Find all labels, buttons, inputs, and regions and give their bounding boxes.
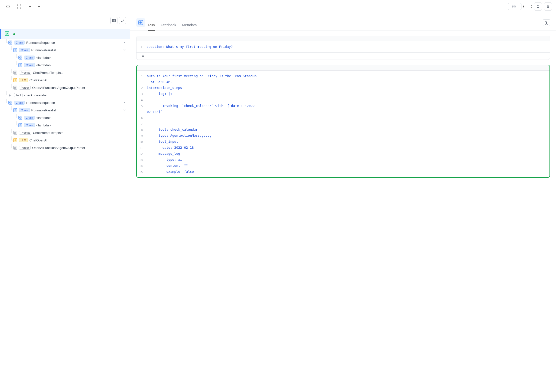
line-number: 6 <box>137 116 147 120</box>
tree-item[interactable]: PromptChatPromptTemplate <box>0 69 130 76</box>
type-badge: Chain <box>24 116 35 120</box>
tree-item[interactable]: Toolcheck_calendar <box>0 91 130 99</box>
expand-chevron-icon[interactable] <box>123 48 126 52</box>
output-line: 15 example: false <box>137 169 549 175</box>
tree-item[interactable]: LLMChatOpenAI <box>0 136 130 144</box>
line-number: 7 <box>137 122 147 126</box>
line-number: 3 <box>137 92 147 96</box>
item-name: RunnableParallel <box>31 48 56 52</box>
type-badge: Chain <box>19 48 30 52</box>
svg-rect-12 <box>9 101 12 104</box>
tree-item[interactable]: ChainRunnableSequence <box>0 99 130 106</box>
expand-chevron-icon[interactable] <box>123 108 126 112</box>
output-line: 14 content: "" <box>137 163 549 169</box>
line-number: 1 <box>136 45 147 49</box>
tree-item[interactable]: PromptChatPromptTemplate <box>0 129 130 136</box>
item-name: <lambda> <box>36 63 51 67</box>
play-icon <box>512 5 516 8</box>
tree-item[interactable]: Chain<lambda> <box>0 54 130 61</box>
input-line-1: 1 question: What's my first meeting on F… <box>136 44 550 50</box>
line-number: 13 <box>137 158 147 162</box>
line-content: Invoking: `check_calendar` with `{'date'… <box>147 104 549 108</box>
svg-rect-13 <box>14 108 17 112</box>
detail-content: 1 question: What's my first meeting on F… <box>130 31 556 392</box>
trace-tree: ChainRunnableSequenceChainRunnableParall… <box>0 27 130 392</box>
tab-metadata[interactable]: Metadata <box>182 21 197 31</box>
tree-item[interactable]: ChainRunnableParallel <box>0 46 130 54</box>
type-badge: Chain <box>24 63 35 67</box>
line-content: date: 2022-02-18 <box>147 146 549 149</box>
chain-icon <box>18 123 23 127</box>
item-name: ChatOpenAI <box>29 78 47 82</box>
svg-rect-2 <box>112 19 114 22</box>
type-badge: Parser <box>19 86 31 90</box>
collapse-sidebar-button[interactable] <box>4 3 12 11</box>
output-line: 2intermediate_steps: <box>137 85 549 91</box>
tree-item[interactable]: ChainRunnableParallel <box>0 106 130 114</box>
line-content: content: "" <box>147 164 549 167</box>
output-line: 10 tool_input: <box>137 139 549 145</box>
line-number: 12 <box>137 152 147 156</box>
tree-item[interactable]: ParserOpenAIFunctionsAgentOutputParser <box>0 84 130 91</box>
nav-down-button[interactable] <box>35 3 43 11</box>
expand-view-button[interactable] <box>15 3 23 11</box>
nav-up-button[interactable] <box>26 3 34 11</box>
tool-icon <box>8 93 13 97</box>
line-content: 02-18'}` <box>147 110 549 114</box>
svg-rect-15 <box>19 123 22 127</box>
trace-compare-button[interactable] <box>110 17 117 24</box>
trace-panel: ChainRunnableSequenceChainRunnableParall… <box>0 13 130 392</box>
trace-header <box>0 13 130 27</box>
line-number: 5 <box>137 104 147 108</box>
header-right <box>543 19 550 29</box>
item-name: RunnableParallel <box>31 108 56 112</box>
trace-root-item[interactable] <box>0 29 130 39</box>
tree-item[interactable]: Chain<lambda> <box>0 61 130 69</box>
llm-icon <box>13 78 18 82</box>
trace-chart-button[interactable] <box>119 17 126 24</box>
detail-tabs: Run Feedback Metadata <box>148 21 197 31</box>
line-number: 2 <box>137 86 147 90</box>
add-to-dataset-button[interactable] <box>523 5 532 8</box>
type-badge: Parser <box>19 146 31 150</box>
type-badge: Chain <box>24 123 35 127</box>
type-badge: Chain <box>19 108 30 112</box>
tree-item[interactable]: Chain<lambda> <box>0 114 130 121</box>
playground-button[interactable] <box>508 3 521 10</box>
tree-item[interactable]: ChainRunnableSequence <box>0 39 130 46</box>
output-line: 12 message_log: <box>137 151 549 157</box>
tree-item[interactable]: ParserOpenAIFunctionsAgentOutputParser <box>0 144 130 151</box>
expand-chevron-icon[interactable] <box>123 41 126 45</box>
tree-item[interactable]: LLMChatOpenAI <box>0 76 130 84</box>
line-number: 1 <box>137 74 147 78</box>
line-number: 8 <box>137 128 147 132</box>
type-badge: LLM <box>19 78 28 82</box>
line-content: type: AgentActionMessageLog <box>147 134 549 137</box>
item-name: ChatPromptTemplate <box>33 71 63 75</box>
llm-icon <box>13 138 18 142</box>
output-section-header <box>137 65 549 71</box>
nav-arrows <box>26 3 43 11</box>
line-number: 15 <box>137 170 147 174</box>
type-badge: Prompt <box>19 71 31 75</box>
tree-item[interactable]: Chain<lambda> <box>0 121 130 129</box>
chain-icon <box>8 40 13 45</box>
svg-rect-3 <box>114 19 115 22</box>
line-number: 9 <box>137 134 147 138</box>
star-button[interactable] <box>544 3 552 11</box>
svg-marker-1 <box>514 6 515 7</box>
upload-button[interactable] <box>534 3 542 11</box>
line-number: 10 <box>137 140 147 144</box>
toolbar-right <box>508 3 552 11</box>
line-number <box>137 110 147 110</box>
svg-rect-14 <box>19 116 22 119</box>
item-name: check_calendar <box>24 93 47 97</box>
expand-detail-button[interactable] <box>543 19 550 26</box>
yaml-selector[interactable] <box>136 52 550 60</box>
tab-feedback[interactable]: Feedback <box>161 21 176 31</box>
expand-chevron-icon[interactable] <box>123 101 126 105</box>
item-name: <lambda> <box>36 56 51 60</box>
svg-rect-21 <box>547 22 548 24</box>
tab-run[interactable]: Run <box>148 21 155 31</box>
type-badge: Chain <box>24 56 35 60</box>
